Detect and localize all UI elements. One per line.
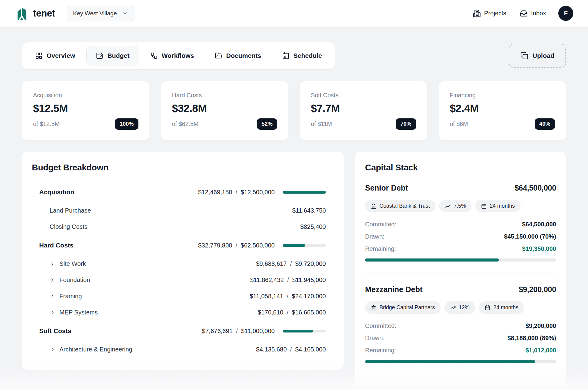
budget-row[interactable]: Soft Costs $7,676,691 / $11,000,000 [32, 321, 334, 341]
budget-row-right: $4,135,680 / $4,165,000 [256, 346, 326, 353]
budget-row[interactable]: Foundation $11,862,432 / $11,945,000 [32, 272, 334, 288]
tranche-name: Senior Debt [365, 184, 408, 192]
stat-value: $32.8M [172, 102, 277, 114]
workflow-icon [150, 52, 158, 59]
calendar-icon [481, 203, 487, 209]
budget-values: $170,610 / $16,665,000 [258, 309, 326, 316]
pill-label: Coastal Bank & Trust [379, 203, 430, 209]
drawn-row: Drawn: $45,150,000 (70%) [365, 233, 556, 240]
budget-row[interactable]: Architecture & Engineering $4,135,680 / … [32, 341, 334, 358]
budget-row[interactable]: Acquisition $12,469,150 / $12,500,000 [32, 182, 334, 202]
drawn-value: $8,188,000 (89%) [507, 335, 556, 342]
budget-row-right: $11,643,750 [292, 207, 326, 214]
project-selector-label: Key West Village [73, 10, 117, 17]
budget-row-right: $32,779,800 / $62,500,000 [198, 242, 326, 249]
tranche-name: Mezzanine Debt [365, 285, 423, 294]
user-avatar[interactable]: F [558, 6, 573, 21]
stat-card: Acquisition $12.5M of $12.5M 100% [22, 81, 149, 140]
top-bar: tenet Key West Village Projects Inbox F [0, 0, 588, 27]
committed-row: Committed: $64,500,000 [365, 221, 556, 228]
budget-spent-value: $825,400 [300, 223, 326, 230]
budget-row[interactable]: Site Work $9,688,617 / $9,720,000 [32, 256, 334, 272]
tranche-header: Mezzanine Debt $9,200,000 [365, 285, 556, 294]
tranche-details: Committed: $9,200,000 Drawn: $8,188,000 … [365, 322, 556, 354]
committed-value: $64,500,000 [522, 221, 556, 228]
info-pill: 24 months [479, 301, 524, 314]
tranche-progress-bar [365, 360, 556, 363]
chevron-right-icon[interactable] [50, 293, 55, 299]
budget-breakdown-title: Budget Breakdown [32, 163, 334, 173]
budget-row-left: Foundation [50, 277, 90, 284]
pill-label: Bridge Capital Partners [379, 304, 435, 311]
nav-inbox[interactable]: Inbox [520, 9, 546, 17]
stat-value: $2.4M [450, 102, 555, 114]
tranche-pills: Coastal Bank & Trust 7.5% [365, 200, 556, 212]
tab-documents[interactable]: Documents [205, 46, 271, 65]
stat-of-total: of $11M [311, 121, 332, 128]
brand-logo[interactable]: tenet [15, 6, 55, 20]
tab-budget[interactable]: Budget [86, 46, 139, 65]
budget-value-separator: / [287, 277, 289, 284]
page-content: Overview Budget Workflows Documents [0, 27, 588, 390]
chevron-right-icon[interactable] [50, 261, 55, 267]
stat-cards-row: Acquisition $12.5M of $12.5M 100% Hard C… [22, 81, 566, 140]
nav-inbox-label: Inbox [531, 10, 546, 17]
stat-value: $7.7M [311, 102, 416, 114]
stat-label: Financing [450, 92, 555, 99]
inbox-icon [520, 9, 528, 17]
tab-workflows[interactable]: Workflows [141, 46, 204, 65]
project-selector[interactable]: Key West Village [67, 6, 134, 21]
budget-total-value: $12,500,000 [241, 189, 275, 196]
stat-of-total: of $62.5M [172, 121, 199, 128]
header-right: Projects Inbox F [459, 6, 573, 21]
nav-projects-label: Projects [484, 10, 506, 17]
copy-pages-icon [520, 52, 528, 60]
chevron-right-icon[interactable] [50, 347, 55, 352]
budget-row-right: $170,610 / $16,665,000 [258, 309, 326, 316]
drawn-label: Drawn: [365, 335, 384, 342]
chevron-right-icon[interactable] [50, 277, 55, 283]
chevron-down-icon [122, 10, 128, 17]
remaining-label: Remaining: [365, 245, 396, 252]
tab-schedule[interactable]: Schedule [273, 46, 331, 65]
budget-progress-fill [283, 244, 305, 247]
budget-row[interactable]: MEP Systems $170,610 / $16,665,000 [32, 304, 334, 321]
budget-item-name: Soft Costs [39, 327, 71, 335]
stat-bottom-row: of $11M 70% [311, 118, 416, 130]
toolbar-row: Overview Budget Workflows Documents [22, 42, 566, 69]
divider [365, 375, 556, 375]
tranche-amount: $9,200,000 [519, 285, 556, 294]
budget-row[interactable]: Land Purchase $11,643,750 [32, 202, 334, 219]
wallet-icon [96, 52, 103, 59]
budget-total-value: $16,665,000 [292, 309, 326, 316]
chevron-right-icon[interactable] [50, 310, 55, 315]
budget-row-left: Framing [50, 293, 82, 300]
budget-row-left: Acquisition [39, 188, 74, 196]
upload-button[interactable]: Upload [509, 44, 566, 68]
budget-values: $825,400 [300, 223, 326, 230]
budget-progress-bar [283, 191, 326, 194]
budget-value-separator: / [236, 328, 238, 335]
budget-spent-value: $9,688,617 [256, 260, 287, 267]
tab-overview-label: Overview [47, 52, 75, 59]
remaining-value: $19,350,000 [522, 245, 556, 252]
budget-value-separator: / [236, 189, 237, 196]
budget-row-right: $12,469,150 / $12,500,000 [198, 189, 326, 196]
budget-values: $12,469,150 / $12,500,000 [198, 189, 275, 196]
stat-card: Soft Costs $7.7M of $11M 70% [300, 81, 427, 140]
budget-spent-value: $12,469,150 [198, 189, 232, 196]
remaining-label: Remaining: [365, 347, 396, 354]
budget-row-left: Land Purchase [50, 207, 91, 214]
budget-row[interactable]: Framing $11,058,141 / $24,170,000 [32, 288, 334, 304]
stat-percent-badge: 100% [115, 118, 138, 130]
budget-row[interactable]: Closing Costs $825,400 [32, 219, 334, 235]
budget-row[interactable]: Hard Costs $32,779,800 / $62,500,000 [32, 235, 334, 256]
stat-value: $12.5M [33, 102, 138, 114]
pill-label: 12% [459, 304, 469, 311]
budget-row-left: Soft Costs [39, 327, 71, 335]
budget-progress-bar [283, 244, 326, 247]
folder-open-icon [215, 52, 222, 59]
nav-projects[interactable]: Projects [473, 9, 506, 17]
budget-value-separator: / [290, 260, 292, 267]
tab-overview[interactable]: Overview [26, 46, 85, 65]
